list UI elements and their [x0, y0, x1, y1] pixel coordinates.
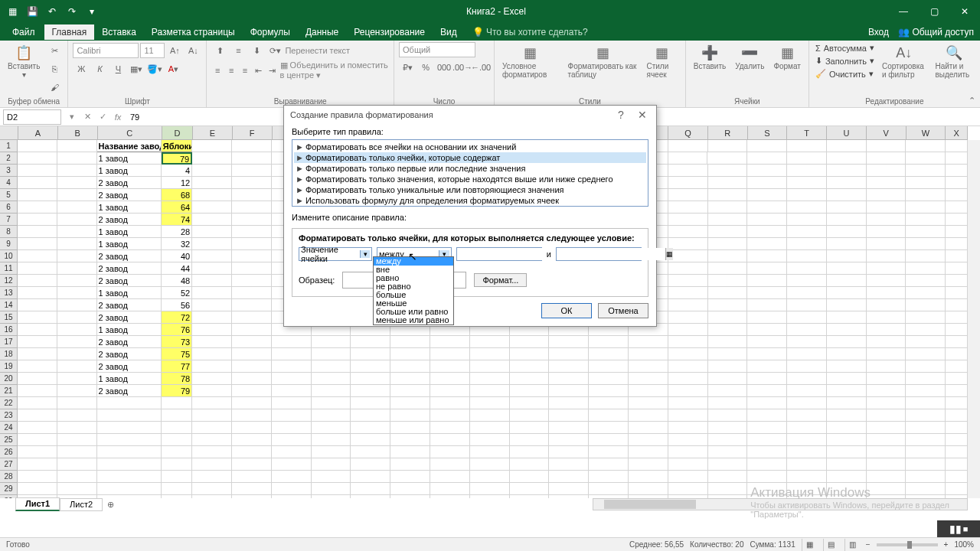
cell[interactable] — [272, 446, 312, 458]
cell[interactable] — [192, 238, 232, 250]
cell[interactable] — [470, 483, 510, 495]
minimize-icon[interactable]: — — [888, 0, 919, 23]
cell[interactable]: 74 — [162, 214, 192, 226]
cell[interactable] — [946, 140, 968, 152]
rule-type-list[interactable]: ►Форматировать все ячейки на основании и… — [292, 139, 648, 207]
stop-icon[interactable]: ■ — [963, 524, 969, 533]
cell[interactable] — [312, 409, 351, 422]
cell[interactable] — [629, 458, 668, 471]
cell[interactable] — [232, 397, 272, 409]
cell[interactable] — [708, 250, 748, 262]
row-header[interactable]: 8 — [0, 226, 18, 238]
cell[interactable] — [232, 262, 272, 275]
cell[interactable] — [946, 189, 968, 201]
cell[interactable] — [747, 409, 787, 422]
cell[interactable] — [589, 336, 629, 348]
cell[interactable] — [232, 177, 272, 189]
cell[interactable] — [867, 287, 906, 299]
cell[interactable] — [272, 458, 312, 471]
cell[interactable] — [668, 385, 708, 397]
cell[interactable]: 64 — [162, 201, 192, 214]
cell[interactable] — [708, 471, 748, 483]
cell[interactable] — [867, 311, 906, 324]
rule-type-item[interactable]: ►Использовать формулу для определения фо… — [294, 195, 646, 206]
cell[interactable] — [787, 336, 827, 348]
cell[interactable] — [629, 373, 668, 385]
cell[interactable] — [57, 287, 97, 299]
cell[interactable]: 2 завод — [97, 214, 162, 226]
cell[interactable]: 2 завод — [97, 311, 162, 324]
cell[interactable] — [192, 214, 232, 226]
cell[interactable] — [946, 397, 968, 409]
ok-button[interactable]: ОК — [541, 303, 592, 318]
cell[interactable] — [18, 275, 57, 287]
cell[interactable] — [747, 287, 787, 299]
pause-icon[interactable]: ▮▮ — [949, 523, 962, 535]
cell[interactable] — [430, 360, 470, 373]
row-header[interactable]: 18 — [0, 348, 18, 360]
cell[interactable] — [946, 177, 968, 189]
cell[interactable] — [351, 495, 390, 498]
format-cells-button[interactable]: ▦Формат — [770, 42, 804, 72]
fill-color-icon[interactable]: 🪣▾ — [146, 60, 163, 77]
cell[interactable] — [668, 458, 708, 471]
row-header[interactable]: 11 — [0, 262, 18, 275]
column-header[interactable]: Q — [668, 126, 708, 139]
cell[interactable] — [57, 201, 97, 214]
cell[interactable] — [232, 201, 272, 214]
conditional-formatting-button[interactable]: ▦Условное форматиров — [499, 42, 561, 80]
row-header[interactable]: 28 — [0, 471, 18, 483]
cell[interactable] — [18, 262, 57, 275]
cell[interactable] — [351, 360, 390, 373]
cell[interactable] — [629, 360, 668, 373]
cell[interactable] — [708, 275, 748, 287]
cell[interactable] — [390, 336, 430, 348]
cell[interactable] — [787, 262, 827, 275]
cell[interactable] — [747, 458, 787, 471]
zoom-level[interactable]: 100% — [954, 540, 974, 549]
cell[interactable] — [18, 152, 57, 165]
cell[interactable] — [192, 165, 232, 177]
cell[interactable] — [232, 226, 272, 238]
rule-type-item[interactable]: ►Форматировать все ячейки на основании и… — [294, 142, 646, 152]
format-button[interactable]: Формат... — [474, 273, 527, 287]
cell[interactable] — [510, 471, 550, 483]
cell[interactable] — [430, 336, 470, 348]
file-tab[interactable]: Файл — [3, 24, 44, 40]
row-header[interactable]: 14 — [0, 299, 18, 311]
row-header[interactable]: 22 — [0, 397, 18, 409]
cell[interactable] — [747, 471, 787, 483]
border-icon[interactable]: ▦▾ — [128, 60, 145, 77]
cell[interactable] — [668, 226, 708, 238]
cell[interactable] — [510, 348, 550, 360]
format-painter-icon[interactable]: 🖌 — [46, 79, 63, 96]
cell[interactable]: 79 — [162, 152, 192, 165]
copy-icon[interactable]: ⎘ — [46, 60, 63, 77]
row-header[interactable]: 2 — [0, 152, 18, 165]
cell[interactable] — [589, 409, 629, 422]
cell[interactable] — [549, 446, 589, 458]
cell[interactable] — [708, 483, 748, 495]
indent-dec-icon[interactable]: ⇤ — [253, 62, 265, 79]
paste-button[interactable]: 📋Вставить▾ — [5, 42, 43, 80]
cell[interactable] — [549, 397, 589, 409]
cell[interactable] — [906, 471, 946, 483]
cell[interactable] — [747, 275, 787, 287]
row-header[interactable]: 5 — [0, 189, 18, 201]
cell[interactable] — [867, 434, 906, 446]
column-header[interactable]: T — [787, 126, 827, 139]
cell[interactable]: 2 завод — [97, 250, 162, 262]
cell[interactable] — [192, 311, 232, 324]
cell[interactable] — [430, 409, 470, 422]
row-header[interactable]: 27 — [0, 458, 18, 471]
cell[interactable] — [351, 434, 390, 446]
cell[interactable] — [827, 471, 867, 483]
cell[interactable] — [312, 483, 351, 495]
cell[interactable] — [747, 201, 787, 214]
column-header[interactable]: W — [906, 126, 946, 139]
cell[interactable] — [57, 226, 97, 238]
dialog-help-icon[interactable]: ? — [613, 109, 629, 121]
page-break-icon[interactable]: ▥ — [844, 539, 860, 551]
cell[interactable] — [192, 373, 232, 385]
cell[interactable] — [57, 250, 97, 262]
